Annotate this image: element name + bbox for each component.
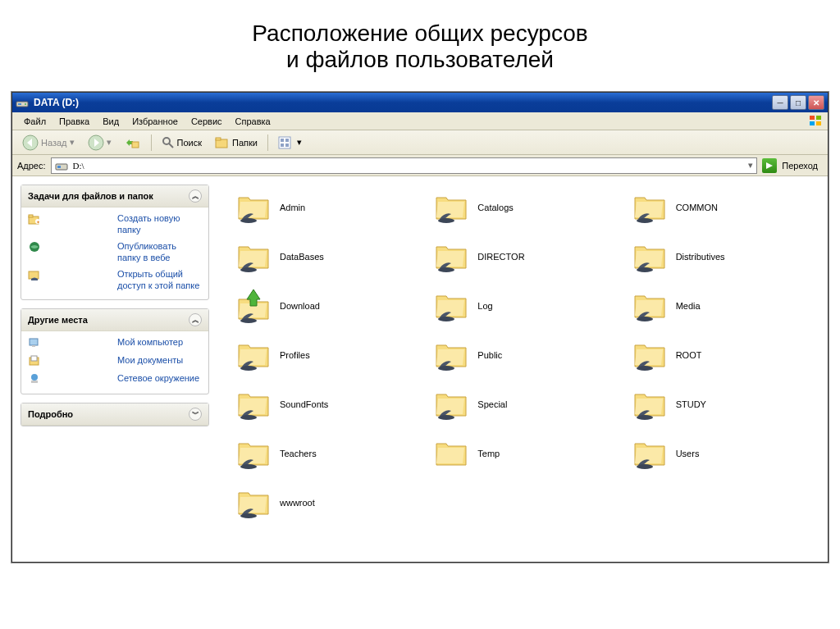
collapse-icon[interactable]: ︽ [189,313,202,326]
folder-label: SoundFonts [280,399,328,409]
svg-rect-22 [29,215,33,217]
folder-icon [433,435,469,472]
folder-item[interactable]: Catalogs [431,185,621,230]
maximize-button[interactable]: □ [790,95,806,110]
window-title: DATA (D:) [34,97,79,108]
back-button[interactable]: Назад ▾ [17,133,80,153]
folder-item[interactable]: STUDY [630,381,819,427]
task-new-folder[interactable]: ✦ Создать новую папку [28,212,202,235]
svg-rect-4 [816,116,821,120]
folder-label: ROOT [676,350,702,360]
dropdown-icon: ▾ [297,137,302,148]
forward-button[interactable]: ▾ [83,133,116,153]
svg-rect-30 [31,356,37,361]
drive-icon [55,160,68,171]
folder-item[interactable]: Public [431,332,621,378]
folder-label: COMMON [676,203,718,212]
svg-rect-28 [32,345,35,347]
svg-rect-17 [281,144,284,147]
computer-icon [28,336,112,349]
place-my-computer[interactable]: Мой компьютер [28,336,202,349]
details-header[interactable]: Подробно ︾ [21,403,208,426]
folder-label: STUDY [676,399,706,409]
folder-item[interactable]: Media [630,283,819,329]
dropdown-icon[interactable]: ▾ [748,160,753,171]
folder-item[interactable]: DIRECTOR [431,234,621,280]
view-button[interactable]: ▾ [273,134,307,151]
tasks-panel: Задачи для файлов и папок ︽ ✦ Создать но… [21,185,209,300]
folder-icon [433,239,469,275]
dropdown-icon: ▾ [70,137,75,148]
menu-tools[interactable]: Сервис [185,115,229,128]
up-button[interactable] [120,133,146,153]
close-button[interactable]: ✕ [808,95,824,110]
drive-icon [16,97,29,108]
svg-rect-5 [810,121,815,125]
folder-item[interactable]: COMMON [630,185,819,230]
slide-title-line2: и файлов пользователей [286,47,554,72]
go-button[interactable] [762,158,777,173]
folder-item[interactable]: ROOT [630,332,819,378]
folder-label: Profiles [280,350,310,360]
place-my-docs[interactable]: Мои документы [28,354,202,367]
folder-label: Temp [477,449,500,458]
svg-rect-16 [285,139,289,142]
folder-label: Public [477,350,502,360]
folder-icon [235,485,272,521]
toolbar: Назад ▾ ▾ Поиск Папки ▾ [12,130,828,155]
folder-item[interactable]: Users [630,431,819,476]
folder-item[interactable]: Admin [234,185,423,230]
expand-icon[interactable]: ︾ [189,408,202,421]
folder-label: Users [676,449,700,458]
folder-label: Catalogs [477,203,513,212]
places-header[interactable]: Другие места ︽ [21,309,208,331]
windows-flag-icon [808,114,824,128]
menu-view[interactable]: Вид [96,115,126,128]
menu-favorites[interactable]: Избранное [126,115,185,128]
collapse-icon[interactable]: ︽ [189,189,202,203]
svg-rect-27 [30,339,38,345]
svg-rect-3 [810,116,815,120]
folder-item[interactable]: Teachers [234,431,423,476]
folder-icon [235,189,272,226]
folder-label: Log [477,301,492,311]
address-input[interactable] [71,160,746,171]
folders-button[interactable]: Папки [210,134,262,151]
folder-icon [433,288,469,324]
place-network[interactable]: Сетевое окружение [28,372,202,385]
folder-icon [433,386,469,422]
task-share-folder[interactable]: Открыть общий доступ к этой папке [28,268,202,291]
minimize-button[interactable]: ─ [772,95,788,110]
menu-edit[interactable]: Правка [52,115,96,128]
svg-rect-15 [281,139,284,142]
folder-item[interactable]: Download [234,283,423,329]
svg-rect-32 [31,381,38,383]
folder-item[interactable]: DataBases [234,234,423,280]
menu-file[interactable]: Файл [17,115,52,128]
folder-item[interactable]: Temp [431,431,621,476]
folder-item[interactable]: Log [431,283,621,329]
folder-item[interactable]: Distributives [630,234,819,280]
menu-help[interactable]: Справка [229,115,277,128]
folder-item[interactable]: Special [431,381,621,427]
folder-label: Download [280,301,320,311]
svg-rect-6 [816,121,821,125]
documents-icon [28,354,112,367]
folder-icon [433,189,469,226]
folder-label: Special [477,399,507,409]
folder-icon [632,386,668,422]
new-folder-icon: ✦ [28,212,112,226]
folder-item[interactable]: Profiles [234,332,423,378]
globe-icon [28,240,112,253]
folder-label: DataBases [280,252,324,262]
titlebar[interactable]: DATA (D:) ─ □ ✕ [12,93,828,112]
search-button[interactable]: Поиск [157,134,207,151]
tasks-header[interactable]: Задачи для файлов и папок ︽ [21,185,208,207]
address-input-wrap[interactable]: ▾ [51,157,758,174]
folder-view[interactable]: AdminCatalogsCOMMONDataBasesDIRECTORDist… [217,176,828,562]
folder-item[interactable]: wwwroot [234,480,423,526]
task-publish-web[interactable]: Опубликовать папку в вебе [28,240,202,263]
folder-item[interactable]: SoundFonts [234,381,423,427]
go-label[interactable]: Переход [782,161,823,171]
places-panel: Другие места ︽ Мой компьютер Мои докумен… [21,308,209,394]
